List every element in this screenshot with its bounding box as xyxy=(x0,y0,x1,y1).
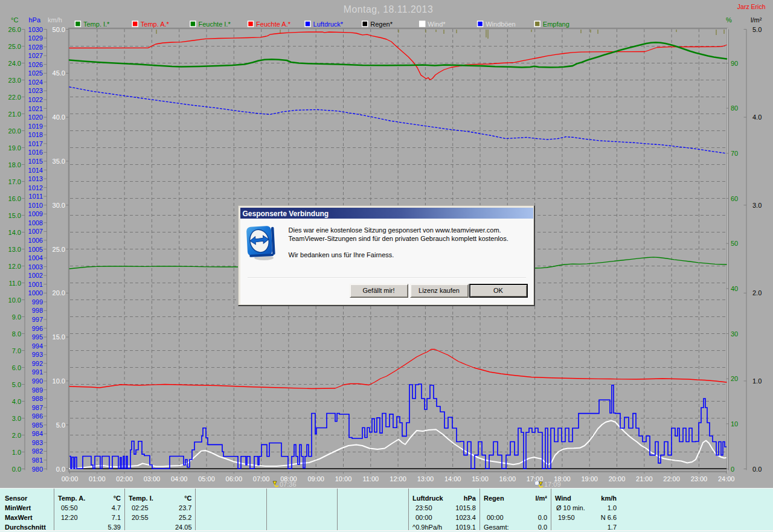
svg-text:994: 994 xyxy=(32,342,43,350)
svg-text:1022: 1022 xyxy=(28,96,43,103)
svg-text:1029: 1029 xyxy=(28,34,43,42)
svg-text:20:00: 20:00 xyxy=(609,475,626,482)
svg-text:1020: 1020 xyxy=(28,114,43,121)
svg-text:1006: 1006 xyxy=(28,237,43,244)
svg-text:1009: 1009 xyxy=(28,210,43,217)
svg-text:1021: 1021 xyxy=(28,105,43,112)
svg-text:10:00: 10:00 xyxy=(335,475,352,482)
svg-text:0.0: 0.0 xyxy=(56,466,65,473)
svg-text:Regen*: Regen* xyxy=(370,21,393,28)
svg-text:980: 980 xyxy=(32,466,43,473)
svg-text:986: 986 xyxy=(32,412,43,420)
svg-text:17:00: 17:00 xyxy=(527,475,544,482)
svg-text:1007: 1007 xyxy=(28,228,43,235)
svg-text:20: 20 xyxy=(731,375,738,382)
svg-text:Montag, 18.11.2013: Montag, 18.11.2013 xyxy=(344,4,433,14)
svg-text:70: 70 xyxy=(731,150,738,157)
svg-text:40: 40 xyxy=(731,285,738,292)
svg-text:993: 993 xyxy=(32,351,43,358)
svg-text:1.0: 1.0 xyxy=(752,377,762,385)
svg-text:30: 30 xyxy=(731,330,738,338)
svg-text:1003: 1003 xyxy=(28,263,43,271)
svg-text:0: 0 xyxy=(731,466,734,473)
svg-text:992: 992 xyxy=(32,360,43,367)
svg-text:13:00: 13:00 xyxy=(417,475,434,482)
svg-text:40.0: 40.0 xyxy=(53,114,65,121)
svg-text:1024: 1024 xyxy=(28,79,43,86)
svg-text:14:00: 14:00 xyxy=(444,475,461,482)
svg-text:1023: 1023 xyxy=(28,87,43,94)
svg-text:1015: 1015 xyxy=(28,158,43,165)
svg-text:4.0: 4.0 xyxy=(12,398,21,405)
svg-text:991: 991 xyxy=(32,368,43,376)
svg-text:1028: 1028 xyxy=(28,43,43,51)
svg-text:0.0: 0.0 xyxy=(12,466,21,473)
svg-text:8.0: 8.0 xyxy=(12,330,21,338)
svg-text:60: 60 xyxy=(731,195,738,202)
svg-text:1001: 1001 xyxy=(28,281,43,288)
svg-text:10.0: 10.0 xyxy=(53,377,65,385)
svg-text:Jarz Erich: Jarz Erich xyxy=(737,3,766,10)
svg-text:12.0: 12.0 xyxy=(8,263,21,270)
svg-text:Temp. A.*: Temp. A.* xyxy=(141,21,170,28)
svg-text:984: 984 xyxy=(32,430,43,437)
svg-text:3.0: 3.0 xyxy=(752,202,762,209)
svg-text:19.0: 19.0 xyxy=(8,144,21,152)
svg-text:13.0: 13.0 xyxy=(8,246,21,253)
svg-text:23:00: 23:00 xyxy=(691,475,708,482)
svg-text:982: 982 xyxy=(32,447,43,455)
svg-text:999: 999 xyxy=(32,298,43,306)
svg-text:9.0: 9.0 xyxy=(12,313,21,321)
svg-text:00:00: 00:00 xyxy=(62,475,79,482)
svg-text:0.0: 0.0 xyxy=(752,466,762,473)
svg-text:996: 996 xyxy=(32,325,43,332)
svg-text:26.0: 26.0 xyxy=(8,26,21,33)
svg-text:80: 80 xyxy=(731,104,738,112)
svg-text:Luftdruck*: Luftdruck* xyxy=(313,21,344,28)
svg-text:Temp. I.*: Temp. I.* xyxy=(83,21,110,28)
svg-text:5.0: 5.0 xyxy=(12,381,21,388)
svg-text:3.0: 3.0 xyxy=(12,415,21,422)
svg-text:12:00: 12:00 xyxy=(390,475,406,482)
svg-text:2.0: 2.0 xyxy=(752,289,762,296)
svg-text:30.0: 30.0 xyxy=(53,202,65,209)
svg-text:l/m²: l/m² xyxy=(751,16,762,24)
svg-text:995: 995 xyxy=(32,333,43,341)
svg-text:22:00: 22:00 xyxy=(663,475,680,482)
svg-text:1019: 1019 xyxy=(28,123,43,130)
svg-text:1005: 1005 xyxy=(28,246,43,253)
svg-text:981: 981 xyxy=(32,457,43,464)
svg-text:21.0: 21.0 xyxy=(8,111,21,118)
svg-text:04:00: 04:00 xyxy=(171,475,188,482)
svg-text:24:00: 24:00 xyxy=(718,475,735,482)
svg-text:1026: 1026 xyxy=(28,61,43,68)
svg-text:06:00: 06:00 xyxy=(226,475,243,482)
svg-text:Feuchte A.*: Feuchte A.* xyxy=(256,21,291,28)
svg-text:18.0: 18.0 xyxy=(8,161,21,168)
svg-text:11.0: 11.0 xyxy=(8,280,21,287)
svg-text:1011: 1011 xyxy=(28,193,43,200)
svg-text:2.0: 2.0 xyxy=(12,432,21,439)
svg-text:1017: 1017 xyxy=(28,140,43,147)
svg-text:19:00: 19:00 xyxy=(581,475,598,482)
svg-text:50: 50 xyxy=(731,240,738,247)
svg-text:1014: 1014 xyxy=(28,167,43,174)
svg-text:21:00: 21:00 xyxy=(636,475,653,482)
svg-text:07:00: 07:00 xyxy=(253,475,270,482)
svg-text:1025: 1025 xyxy=(28,69,43,77)
svg-text:10.0: 10.0 xyxy=(8,296,21,304)
svg-text:6.0: 6.0 xyxy=(12,364,21,371)
svg-text:989: 989 xyxy=(32,386,43,394)
svg-text:1013: 1013 xyxy=(28,175,43,182)
svg-text:998: 998 xyxy=(32,307,43,314)
svg-text:25.0: 25.0 xyxy=(53,246,65,253)
svg-text:1004: 1004 xyxy=(28,254,43,261)
svg-text:03:00: 03:00 xyxy=(144,475,161,482)
svg-text:02:00: 02:00 xyxy=(116,475,133,482)
svg-text:1008: 1008 xyxy=(28,219,43,226)
svg-text:1000: 1000 xyxy=(28,289,43,296)
svg-text:1027: 1027 xyxy=(28,52,43,59)
svg-text:17.0: 17.0 xyxy=(8,178,21,185)
svg-text:15.0: 15.0 xyxy=(53,333,65,341)
svg-text:15.0: 15.0 xyxy=(8,212,21,219)
